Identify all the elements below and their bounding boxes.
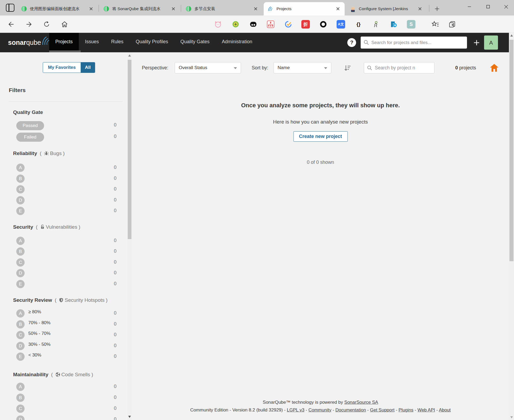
tab-close-icon[interactable] [170, 5, 177, 12]
rating-circle[interactable]: B [16, 175, 25, 183]
ext-braces-icon[interactable]: {} [354, 20, 363, 29]
rating-circle[interactable]: B [16, 394, 25, 402]
ext-sitemap-icon[interactable] [266, 20, 275, 29]
ext-translate-icon[interactable]: A文 [337, 20, 345, 29]
ext-ring-icon[interactable] [319, 20, 328, 29]
nav-item-issues[interactable]: Issues [79, 33, 105, 50]
refresh-icon[interactable] [42, 20, 51, 29]
sidebar-scrollbar[interactable] [127, 52, 132, 420]
rating-circle[interactable]: E [16, 207, 25, 215]
quality-gate-option[interactable]: Passed 0 [16, 121, 116, 130]
rating-circle[interactable]: D [16, 415, 25, 420]
rating-circle[interactable]: E [16, 352, 25, 361]
browser-tab-5[interactable]: Configure System [Jenkins [346, 2, 427, 15]
project-search-box[interactable] [364, 62, 434, 73]
footer-link-lgpl[interactable]: LGPL v3 [287, 407, 305, 413]
tab-workspaces-icon[interactable] [6, 4, 14, 12]
favorites-hub-icon[interactable] [431, 20, 440, 29]
scroll-down-icon[interactable] [128, 416, 131, 418]
global-search-box[interactable] [361, 37, 467, 49]
nav-item-administration[interactable]: Administration [216, 33, 258, 50]
perspective-select[interactable]: Overall Status [175, 62, 241, 73]
rating-row[interactable]: A0 [16, 237, 116, 245]
help-icon[interactable]: ? [347, 38, 356, 47]
scrollbar-thumb[interactable] [128, 60, 131, 239]
rating-row[interactable]: B0 [16, 247, 116, 256]
quality-gate-option[interactable]: Failed 0 [16, 133, 116, 142]
new-tab-button[interactable] [431, 2, 443, 15]
ext-cat-icon[interactable] [214, 20, 222, 29]
rating-circle[interactable]: B [16, 320, 25, 328]
scroll-down-icon[interactable] [510, 416, 513, 418]
tab-close-icon[interactable] [416, 5, 423, 12]
window-maximize-button[interactable] [480, 0, 496, 13]
sort-direction-icon[interactable] [344, 64, 352, 73]
rating-circle[interactable]: D [16, 196, 25, 204]
footer-link-about[interactable]: About [439, 407, 451, 413]
rating-circle[interactable]: A [16, 383, 25, 391]
rating-circle[interactable]: A [16, 164, 25, 172]
window-minimize-button[interactable] [461, 0, 478, 13]
ext-todo-check-icon[interactable] [284, 20, 293, 29]
rating-row[interactable]: C0 [16, 258, 116, 267]
ext-green-icon[interactable] [231, 20, 240, 29]
all-button[interactable]: All [81, 62, 95, 73]
rating-circle[interactable]: A [16, 237, 25, 245]
rating-row[interactable]: C0 [16, 405, 116, 413]
sonarqube-logo[interactable]: sonarqube [8, 33, 52, 52]
rating-row[interactable]: A0 [16, 383, 116, 391]
rating-row[interactable]: B0 [16, 394, 116, 402]
rating-row[interactable]: E< 30%0 [16, 352, 116, 361]
ext-mask-icon[interactable] [249, 20, 258, 29]
browser-tab-active-projects[interactable]: Projects [264, 2, 345, 15]
scroll-up-icon[interactable] [510, 34, 513, 37]
rating-circle[interactable]: C [16, 405, 25, 413]
footer-link-web-api[interactable]: Web API [418, 407, 435, 413]
nav-item-quality-profiles[interactable]: Quality Profiles [130, 33, 174, 50]
browser-tab-3[interactable]: 多节点安装 [182, 2, 262, 15]
tab-close-icon[interactable] [88, 5, 95, 12]
passed-pill[interactable]: Passed [16, 121, 44, 130]
browser-tab-1[interactable]: 使用图形编辑面板创建流水 [17, 2, 98, 15]
set-homepage-icon[interactable] [489, 63, 499, 73]
rating-circle[interactable]: C [16, 185, 25, 193]
rating-row[interactable]: A≥ 80%0 [16, 309, 116, 318]
sonarsource-link[interactable]: SonarSource SA [344, 400, 378, 405]
ext-s-icon[interactable]: S [407, 20, 415, 29]
create-new-project-button[interactable]: Create new project [293, 131, 348, 142]
rating-row[interactable]: E0 [16, 280, 116, 288]
browser-tab-2[interactable]: 将 SonarQube 集成到流水 [99, 2, 180, 15]
sort-select[interactable]: Name [274, 62, 331, 73]
ext-share-icon[interactable] [389, 20, 398, 29]
rating-row[interactable]: D0 [16, 196, 116, 205]
project-search-input[interactable] [375, 62, 433, 73]
rating-circle[interactable]: B [16, 247, 25, 256]
nav-item-projects[interactable]: Projects [49, 33, 79, 50]
rating-row[interactable]: D0 [16, 415, 116, 420]
scrollbar-thumb[interactable] [509, 40, 513, 261]
window-close-button[interactable] [498, 0, 514, 13]
rating-row[interactable]: B70% - 80%0 [16, 320, 116, 329]
rating-row[interactable]: B0 [16, 175, 116, 183]
ext-zhe-coupon-icon[interactable]: 折 [301, 20, 310, 29]
my-favorites-button[interactable]: My Favorites [43, 62, 81, 73]
add-project-plus-icon[interactable] [471, 38, 482, 48]
user-avatar[interactable]: A [484, 35, 498, 50]
tab-close-icon[interactable] [334, 5, 341, 12]
rating-circle[interactable]: D [16, 342, 25, 350]
rating-circle[interactable]: E [16, 280, 25, 288]
nav-item-quality-gates[interactable]: Quality Gates [174, 33, 216, 50]
rating-circle[interactable]: C [16, 331, 25, 339]
collections-icon[interactable] [448, 20, 457, 29]
global-search-input[interactable] [371, 37, 465, 49]
home-icon[interactable] [60, 20, 69, 29]
rating-circle[interactable]: A [16, 309, 25, 318]
rating-row[interactable]: E0 [16, 207, 116, 215]
rating-circle[interactable]: D [16, 269, 25, 277]
failed-pill[interactable]: Failed [16, 133, 44, 142]
tab-close-icon[interactable] [252, 5, 259, 12]
back-icon[interactable] [6, 20, 15, 29]
footer-link-plugins[interactable]: Plugins [399, 407, 414, 413]
page-scrollbar[interactable] [509, 33, 514, 420]
forward-icon[interactable] [25, 20, 34, 29]
